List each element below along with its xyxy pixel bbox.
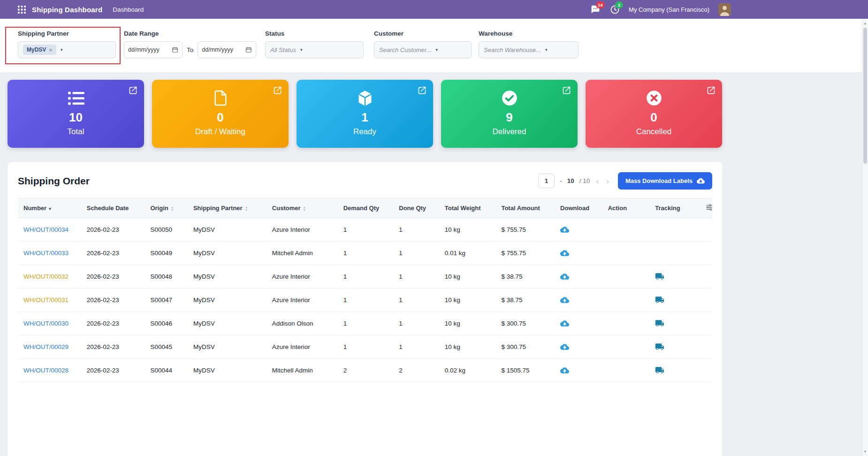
order-number-link[interactable]: WH/OUT/00031 (23, 296, 69, 304)
selected-partner-tag[interactable]: MyDSV × (23, 45, 56, 55)
external-link-icon[interactable] (128, 85, 138, 95)
external-link-icon[interactable] (273, 85, 282, 95)
cloud-download-icon[interactable] (560, 249, 569, 259)
options-cell (700, 312, 712, 335)
page-current-input[interactable]: 1 (538, 174, 555, 188)
messages-button[interactable]: 14 (590, 4, 601, 15)
options-cell (700, 289, 712, 312)
date-to-input[interactable]: dd/mm/yyyy (198, 41, 256, 58)
schedule-date-cell: 2026-02-23 (81, 242, 145, 265)
sort-desc-icon: ▾ (49, 206, 51, 211)
prev-page-button[interactable]: ‹ (595, 176, 600, 185)
customer-cell: Azure Interior (266, 289, 338, 312)
next-page-button[interactable]: › (605, 176, 610, 185)
truck-icon[interactable] (655, 319, 664, 329)
section-title: Shipping Order (18, 175, 90, 187)
column-label: Demand Qty (343, 205, 380, 212)
truck-icon[interactable] (655, 272, 664, 282)
order-number-link[interactable]: WH/OUT/00029 (23, 343, 69, 350)
column-label: Total Weight (445, 205, 481, 212)
column-header-schedule-date[interactable]: Schedule Date (81, 198, 145, 218)
kpi-value: 0 (586, 110, 722, 125)
order-number-link[interactable]: WH/OUT/00033 (23, 250, 69, 257)
column-header-number[interactable]: Number▾ (18, 198, 81, 218)
order-number-link[interactable]: WH/OUT/00032 (23, 273, 69, 280)
orders-table-body: WH/OUT/000342026-02-23S00050MyDSVAzure I… (18, 218, 712, 382)
sort-arrows-icon: ▲▼ (303, 206, 306, 212)
column-options-button[interactable] (700, 198, 712, 218)
order-number-link[interactable]: WH/OUT/00028 (23, 367, 69, 374)
list-icon (8, 89, 144, 107)
kpi-card-draft-waiting[interactable]: 0 Draft / Waiting (152, 80, 289, 148)
menu-dashboard[interactable]: Dashboard (113, 6, 144, 13)
total-weight-cell: 10 kg (439, 289, 496, 312)
cloud-download-icon[interactable] (560, 225, 569, 236)
done-qty-cell: 1 (393, 265, 439, 289)
date-from-input[interactable]: dd/mm/yyyy (124, 41, 183, 58)
total-amount-cell: $ 38.75 (495, 289, 555, 312)
demand-qty-cell: 1 (338, 335, 394, 359)
origin-cell: S00046 (145, 312, 187, 335)
company-name[interactable]: My Company (San Francisco) (629, 6, 709, 13)
origin-cell: S00045 (145, 335, 187, 359)
avatar[interactable] (718, 3, 731, 16)
external-link-icon[interactable] (417, 85, 427, 95)
customer-placeholder: Search Customer... (379, 46, 432, 53)
tracking-cell (649, 312, 700, 335)
options-cell (700, 218, 712, 242)
download-cell (555, 242, 602, 265)
pagination-page-size: 10 (567, 177, 574, 184)
schedule-date-cell: 2026-02-23 (81, 218, 145, 242)
cloud-download-icon[interactable] (560, 296, 569, 306)
mass-download-button[interactable]: Mass Download Labels (618, 172, 712, 190)
status-select[interactable]: All Status ▾ (265, 41, 364, 58)
order-number-link[interactable]: WH/OUT/00034 (23, 226, 69, 233)
column-header-demand-qty: Demand Qty (338, 198, 394, 218)
scroll-down-arrow[interactable]: ▼ (862, 448, 868, 455)
shipping-partner-select[interactable]: MyDSV × ▾ (18, 41, 116, 58)
done-qty-cell: 1 (393, 335, 439, 359)
shipping-partner-cell: MyDSV (188, 289, 266, 312)
apps-menu-icon[interactable] (18, 6, 26, 14)
app-title[interactable]: Shipping Dashboard (32, 6, 102, 14)
cloud-download-icon[interactable] (560, 272, 569, 282)
table-row: WH/OUT/000342026-02-23S00050MyDSVAzure I… (18, 218, 712, 242)
truck-icon[interactable] (655, 295, 664, 306)
column-header-shipping-partner[interactable]: Shipping Partner▲▼ (188, 198, 266, 218)
activities-button[interactable]: 2 (609, 4, 620, 15)
column-header-origin[interactable]: Origin▲▼ (145, 198, 187, 218)
kpi-card-ready[interactable]: 1 Ready (297, 80, 433, 148)
download-cell (555, 289, 602, 312)
cloud-download-icon (697, 177, 705, 185)
kpi-card-total[interactable]: 10 Total (8, 80, 144, 148)
date-to-placeholder: dd/mm/yyyy (202, 46, 233, 53)
cloud-download-icon[interactable] (560, 366, 569, 376)
external-link-icon[interactable] (706, 85, 716, 95)
external-link-icon[interactable] (562, 85, 571, 95)
column-header-customer[interactable]: Customer▲▼ (266, 198, 338, 218)
column-label: Download (560, 205, 589, 212)
kpi-card-delivered[interactable]: 9 Delivered (441, 80, 578, 148)
warehouse-select[interactable]: Search Warehouse... ▾ (479, 41, 579, 58)
scrollbar[interactable]: ▲ ▼ (862, 19, 868, 456)
scrollbar-thumb[interactable] (863, 28, 867, 164)
scroll-up-arrow[interactable]: ▲ (862, 20, 868, 26)
schedule-date-cell: 2026-02-23 (81, 359, 145, 382)
filter-status: Status All Status ▾ (265, 30, 364, 58)
customer-select[interactable]: Search Customer... ▾ (374, 41, 472, 58)
tracking-cell (649, 289, 700, 312)
order-number-link[interactable]: WH/OUT/00030 (23, 320, 69, 327)
truck-icon[interactable] (655, 365, 664, 376)
truck-icon[interactable] (655, 342, 664, 353)
schedule-date-cell: 2026-02-23 (81, 335, 145, 359)
x-circle-icon (586, 89, 722, 107)
cloud-download-icon[interactable] (560, 319, 569, 329)
filter-shipping-partner: Shipping Partner MyDSV × ▾ (18, 30, 116, 58)
cloud-download-icon[interactable] (560, 342, 569, 353)
close-icon[interactable]: × (49, 47, 53, 53)
kpi-card-cancelled[interactable]: 0 Cancelled (586, 80, 722, 148)
origin-cell: S00047 (145, 289, 187, 312)
kpi-label: Draft / Waiting (152, 127, 289, 137)
download-cell (555, 312, 602, 335)
filter-customer: Customer Search Customer... ▾ (374, 30, 472, 58)
